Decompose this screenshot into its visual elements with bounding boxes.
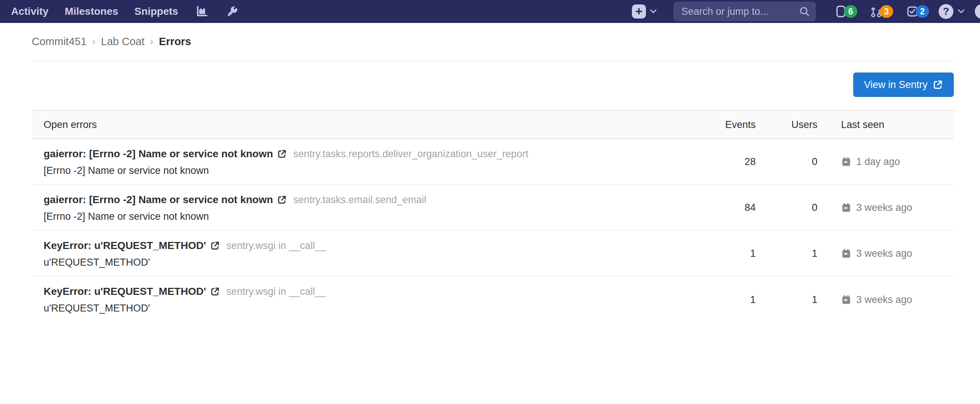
error-events-count: 28 <box>689 156 756 168</box>
todos-counter[interactable]: 2 <box>906 5 929 18</box>
table-header-row: Open errors Events Users Last seen <box>32 110 954 139</box>
error-last-seen: 1 day ago <box>856 156 900 168</box>
chevron-down-icon <box>957 9 965 14</box>
external-link-icon <box>210 287 220 296</box>
error-last-seen: 3 weeks ago <box>856 294 912 306</box>
error-last-seen: 3 weeks ago <box>856 248 912 259</box>
page-actions: View in Sentry <box>32 72 954 97</box>
breadcrumb-current-page: Errors <box>159 35 191 48</box>
column-header-events: Events <box>689 119 756 131</box>
error-row: KeyError: u'REQUEST_METHOD' sentry.wsgi … <box>32 277 954 323</box>
nav-link-snippets[interactable]: Snippets <box>135 6 178 18</box>
view-in-sentry-label: View in Sentry <box>864 79 928 91</box>
breadcrumb-separator: › <box>92 35 95 48</box>
error-culprit: sentry.tasks.email.send_email <box>293 193 426 207</box>
nav-link-milestones[interactable]: Milestones <box>65 6 118 18</box>
chevron-down-icon <box>649 9 657 14</box>
external-link-icon <box>210 241 220 251</box>
error-row: gaierror: [Errno -2] Name or service not… <box>32 185 954 231</box>
error-culprit: sentry.wsgi in __call__ <box>226 239 326 253</box>
error-message: [Errno -2] Name or service not known <box>44 209 689 224</box>
external-link-icon <box>277 149 287 159</box>
error-users-count: 1 <box>756 248 818 259</box>
external-link-icon <box>277 195 287 204</box>
error-message: [Errno -2] Name or service not known <box>44 163 689 177</box>
nav-link-activity[interactable]: Activity <box>11 6 48 18</box>
table-title: Open errors <box>44 119 689 131</box>
search-input[interactable] <box>674 2 816 21</box>
calendar-icon <box>841 248 851 259</box>
wrench-icon[interactable] <box>226 5 239 18</box>
navbar-links: Activity Milestones Snippets <box>11 6 178 18</box>
calendar-icon <box>841 156 851 167</box>
error-row: gaierror: [Errno -2] Name or service not… <box>32 139 954 185</box>
search-icon <box>799 6 810 18</box>
avatar[interactable] <box>975 4 980 19</box>
column-header-last-seen: Last seen <box>818 119 942 131</box>
error-last-seen: 3 weeks ago <box>856 202 912 214</box>
error-title-link[interactable]: KeyError: u'REQUEST_METHOD' <box>44 239 206 253</box>
error-culprit: sentry.wsgi in __call__ <box>226 284 326 299</box>
area-chart-icon[interactable] <box>195 5 208 18</box>
navbar-right-group: + 6 <box>632 2 965 21</box>
column-header-users: Users <box>756 119 818 131</box>
error-row: KeyError: u'REQUEST_METHOD' sentry.wsgi … <box>32 231 954 277</box>
error-events-count: 1 <box>689 294 756 306</box>
breadcrumb: Commit451 › Lab Coat › Errors <box>32 23 954 61</box>
view-in-sentry-button[interactable]: View in Sentry <box>853 72 954 97</box>
merge-requests-counter[interactable]: 3 <box>870 5 893 18</box>
calendar-icon <box>841 202 851 213</box>
error-message: u'REQUEST_METHOD' <box>44 255 689 269</box>
error-title-link[interactable]: gaierror: [Errno -2] Name or service not… <box>44 147 273 161</box>
error-users-count: 1 <box>756 294 818 306</box>
merge-requests-count-badge: 3 <box>880 5 893 18</box>
error-users-count: 0 <box>756 156 818 168</box>
error-events-count: 84 <box>689 202 756 214</box>
top-navbar: Activity Milestones Snippets + <box>0 0 980 23</box>
error-users-count: 0 <box>756 202 818 214</box>
breadcrumb-separator: › <box>150 35 153 48</box>
navbar-counters: 6 3 2 <box>834 5 929 18</box>
plus-icon: + <box>632 5 646 19</box>
breadcrumb-project-link[interactable]: Lab Coat <box>101 35 145 48</box>
error-message: u'REQUEST_METHOD' <box>44 301 689 315</box>
global-search <box>674 2 816 21</box>
help-icon: ? <box>939 4 953 19</box>
error-culprit: sentry.tasks.reports.deliver_organizatio… <box>293 147 528 161</box>
todos-count-badge: 2 <box>916 5 929 18</box>
new-menu-button[interactable]: + <box>632 5 657 19</box>
open-errors-table: Open errors Events Users Last seen gaier… <box>32 110 954 323</box>
calendar-icon <box>841 294 851 305</box>
error-events-count: 1 <box>689 248 756 259</box>
issues-count-badge: 6 <box>844 5 858 18</box>
issues-counter[interactable]: 6 <box>834 5 858 18</box>
external-link-icon <box>933 80 943 90</box>
breadcrumb-group-link[interactable]: Commit451 <box>32 35 86 48</box>
error-title-link[interactable]: gaierror: [Errno -2] Name or service not… <box>44 193 273 207</box>
help-menu-button[interactable]: ? <box>939 4 965 19</box>
error-title-link[interactable]: KeyError: u'REQUEST_METHOD' <box>44 284 206 299</box>
